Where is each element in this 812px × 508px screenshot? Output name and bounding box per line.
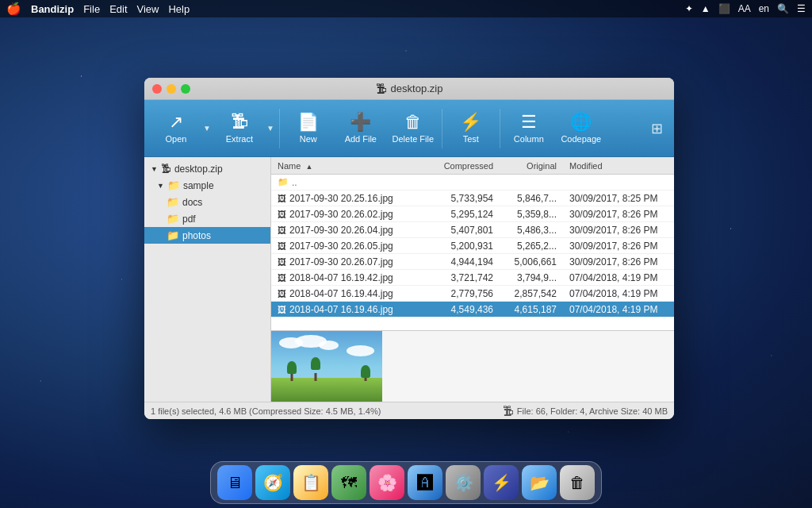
dock-trash[interactable]: 🗑 bbox=[560, 465, 595, 500]
test-label: Test bbox=[463, 134, 479, 144]
file-name-1: 2017-09-30 20.25.16.jpg bbox=[289, 193, 393, 204]
dock-maps[interactable]: 🗺 bbox=[331, 465, 366, 500]
preview-tree-1 bbox=[287, 361, 297, 381]
dock-folder[interactable]: 📂 bbox=[522, 465, 557, 500]
codepage-button[interactable]: 🌐 Codepage bbox=[556, 103, 607, 154]
apple-menu[interactable]: 🍎 bbox=[6, 2, 21, 16]
sidebar-item-pdf[interactable]: 📁 pdf bbox=[144, 210, 270, 227]
file-row-5[interactable]: 🖼 2017-09-30 20.26.07.jpg 4,944,194 5,00… bbox=[271, 254, 674, 270]
file-name-6: 2018-04-07 16.19.42.jpg bbox=[289, 272, 393, 283]
dock-notes[interactable]: 📋 bbox=[293, 465, 328, 500]
file-modified-2: 30/09/2017, 8:26 PM bbox=[563, 209, 674, 220]
add-file-button[interactable]: ➕ Add File bbox=[335, 103, 386, 154]
menubar: 🍎 Bandizip File Edit View Help ✦ ▲ ⬛ AA … bbox=[0, 0, 812, 17]
file-row-7[interactable]: 🖼 2018-04-07 16.19.44.jpg 2,779,756 2,85… bbox=[271, 286, 674, 302]
file-icon-1: 🖼 bbox=[278, 194, 286, 203]
delete-file-icon: 🗑 bbox=[404, 114, 422, 131]
sidebar-item-photos[interactable]: 📁 photos bbox=[144, 227, 270, 244]
menubar-file[interactable]: File bbox=[83, 3, 100, 15]
test-icon: ⚡ bbox=[460, 114, 481, 131]
codepage-label: Codepage bbox=[561, 134, 601, 144]
test-button[interactable]: ⚡ Test bbox=[446, 103, 496, 154]
header-modified[interactable]: Modified bbox=[563, 161, 674, 171]
file-list-header: Name ▲ Compressed Original Modified bbox=[271, 157, 674, 175]
dock-safari[interactable]: 🧭 bbox=[255, 465, 290, 500]
status-right-text: File: 66, Folder: 4, Archive Size: 40 MB bbox=[517, 406, 668, 416]
file-row-6[interactable]: 🖼 2018-04-07 16.19.42.jpg 3,721,742 3,79… bbox=[271, 270, 674, 286]
menubar-wifi-icon: ▲ bbox=[701, 3, 710, 14]
file-row-2[interactable]: 🖼 2017-09-30 20.26.02.jpg 5,295,124 5,35… bbox=[271, 206, 674, 222]
file-icon-parent: 📁 bbox=[278, 177, 289, 187]
file-modified-7: 07/04/2018, 4:19 PM bbox=[563, 288, 674, 299]
dock-trash-icon: 🗑 bbox=[569, 474, 585, 492]
menubar-left: 🍎 Bandizip File Edit View Help bbox=[6, 2, 190, 16]
add-file-label: Add File bbox=[345, 134, 377, 144]
content-area: ▼ 🗜 desktop.zip ▼ 📁 sample 📁 docs 📁 pdf … bbox=[144, 157, 674, 402]
preview-tree-2 bbox=[311, 357, 320, 381]
sidebar-icon-desktop-zip: 🗜 bbox=[161, 163, 171, 175]
toolbar: ↗ Open ▼ 🗜 Extract ▼ 📄 New ➕ Add File 🗑 … bbox=[144, 100, 674, 157]
menubar-app-name[interactable]: Bandizip bbox=[31, 3, 74, 15]
file-compressed-7: 2,779,756 bbox=[428, 288, 500, 299]
dock-safari-icon: 🧭 bbox=[263, 473, 283, 492]
close-button[interactable] bbox=[152, 84, 162, 94]
dock-appstore[interactable]: 🅰 bbox=[408, 465, 442, 500]
grid-view-button[interactable]: ⊞ bbox=[646, 115, 668, 142]
dock-photos-icon: 🌸 bbox=[377, 473, 397, 492]
open-dropdown-arrow[interactable]: ▼ bbox=[201, 121, 213, 136]
dock-settings-icon: ⚙️ bbox=[454, 473, 473, 492]
file-original-1: 5,846,7... bbox=[500, 193, 563, 204]
header-original[interactable]: Original bbox=[500, 161, 563, 171]
file-compressed-3: 5,407,801 bbox=[428, 225, 500, 236]
sidebar-item-desktop-zip[interactable]: ▼ 🗜 desktop.zip bbox=[144, 160, 270, 177]
toolbar-divider-2 bbox=[442, 109, 442, 148]
file-modified-3: 30/09/2017, 8:26 PM bbox=[563, 225, 674, 236]
file-name-5: 2017-09-30 20.26.07.jpg bbox=[289, 256, 393, 267]
menubar-help[interactable]: Help bbox=[168, 3, 190, 15]
dock-spark[interactable]: ⚡ bbox=[484, 465, 519, 500]
status-zip-icon: 🗜 bbox=[503, 405, 514, 418]
delete-file-button[interactable]: 🗑 Delete File bbox=[388, 103, 439, 154]
toolbar-divider-3 bbox=[500, 109, 500, 148]
column-button[interactable]: ☰ Column bbox=[504, 103, 554, 154]
sidebar-item-docs[interactable]: 📁 docs bbox=[144, 194, 270, 210]
file-compressed-5: 4,944,194 bbox=[428, 256, 500, 267]
menubar-right: ✦ ▲ ⬛ AA en 🔍 ☰ bbox=[685, 3, 806, 14]
file-original-8: 4,615,187 bbox=[500, 304, 563, 315]
menubar-edit[interactable]: Edit bbox=[109, 3, 127, 15]
file-modified-4: 30/09/2017, 8:26 PM bbox=[563, 241, 674, 252]
dock-appstore-icon: 🅰 bbox=[417, 474, 433, 492]
new-button[interactable]: 📄 New bbox=[283, 103, 334, 154]
preview-ground bbox=[271, 378, 382, 402]
toolbar-open-group: ↗ Open ▼ bbox=[151, 103, 213, 154]
menubar-list-icon[interactable]: ☰ bbox=[797, 3, 806, 14]
file-row-3[interactable]: 🖼 2017-09-30 20.26.04.jpg 5,407,801 5,48… bbox=[271, 222, 674, 238]
preview-area bbox=[271, 330, 674, 402]
extract-button[interactable]: 🗜 Extract bbox=[214, 103, 265, 154]
dock-settings[interactable]: ⚙️ bbox=[446, 465, 481, 500]
file-row-8[interactable]: 🖼 2018-04-07 16.19.46.jpg 4,549,436 4,61… bbox=[271, 302, 674, 318]
sidebar-label-pdf: pdf bbox=[182, 214, 196, 225]
extract-dropdown-arrow[interactable]: ▼ bbox=[265, 121, 276, 136]
menubar-lang[interactable]: en bbox=[759, 3, 769, 14]
file-row-1[interactable]: 🖼 2017-09-30 20.25.16.jpg 5,733,954 5,84… bbox=[271, 190, 674, 206]
file-icon-8: 🖼 bbox=[278, 305, 286, 314]
file-row-parent[interactable]: 📁 .. bbox=[271, 175, 674, 190]
sidebar-item-sample[interactable]: ▼ 📁 sample bbox=[144, 177, 270, 194]
header-name[interactable]: Name ▲ bbox=[271, 161, 428, 171]
file-row-4[interactable]: 🖼 2017-09-30 20.26.05.jpg 5,200,931 5,26… bbox=[271, 238, 674, 254]
sidebar-icon-sample: 📁 bbox=[167, 179, 180, 191]
header-compressed[interactable]: Compressed bbox=[428, 161, 500, 171]
sidebar-label-sample: sample bbox=[183, 180, 214, 191]
menubar-view[interactable]: View bbox=[137, 3, 159, 15]
file-compressed-8: 4,549,436 bbox=[428, 304, 500, 315]
dock-finder[interactable]: 🖥 bbox=[217, 465, 252, 500]
open-button[interactable]: ↗ Open bbox=[151, 103, 201, 154]
minimize-button[interactable] bbox=[167, 84, 176, 94]
file-original-3: 5,486,3... bbox=[500, 225, 563, 236]
file-icon-5: 🖼 bbox=[278, 257, 286, 267]
menubar-user[interactable]: AA bbox=[738, 3, 751, 14]
menubar-search-icon[interactable]: 🔍 bbox=[777, 3, 789, 14]
maximize-button[interactable] bbox=[181, 84, 190, 94]
dock-photos[interactable]: 🌸 bbox=[370, 465, 404, 500]
